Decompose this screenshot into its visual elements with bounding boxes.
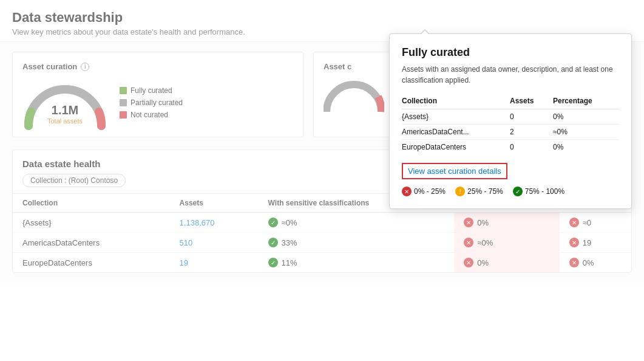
- tooltip-cell-assets: 0: [510, 109, 553, 125]
- card-title: Asset curation i: [22, 62, 293, 71]
- cell-assets: 510: [170, 233, 259, 253]
- gauge-sublabel: Total assets: [47, 117, 83, 125]
- asset-curation-label: Asset curation: [22, 62, 77, 71]
- legend-dot-not: [120, 111, 127, 119]
- info-icon[interactable]: i: [81, 63, 89, 71]
- tooltip-col-assets: Assets: [510, 94, 553, 109]
- tooltip-table-head: Collection Assets Percentage: [402, 94, 619, 109]
- assets-link[interactable]: 1,138,670: [180, 218, 215, 227]
- x-icon: ✕: [569, 238, 579, 247]
- gauge-value: 1.1M: [47, 103, 83, 117]
- tooltip-header-row: Collection Assets Percentage: [402, 94, 619, 109]
- cell-owner: ✕ 0%: [560, 253, 631, 273]
- table-row: {Assets} 1,138,670 ✓ ≈0% ✕: [13, 213, 631, 233]
- tooltip-popup: Fully curated Assets with an assigned da…: [389, 33, 632, 209]
- page-container: Data stewardship View key metrics about …: [0, 0, 644, 361]
- check-icon: ✓: [268, 238, 278, 247]
- curated-value: 0%: [477, 258, 489, 267]
- owner-cell-content: ✕ ≈0: [569, 218, 622, 227]
- tooltip-col-collection: Collection: [402, 94, 510, 109]
- curated-value: 0%: [477, 218, 489, 227]
- cell-sensitive: ✓ 33%: [259, 233, 455, 253]
- tooltip-cell-pct: 0%: [553, 109, 619, 125]
- sensitive-value: ≈0%: [282, 218, 297, 227]
- curated-cell-content: ✕ ≈0%: [464, 238, 549, 247]
- table-row: EuropeDataCenters 19 ✓ 11% ✕: [13, 253, 631, 273]
- cell-sensitive: ✓ ≈0%: [259, 213, 455, 233]
- tooltip-col-percentage: Percentage: [553, 94, 619, 109]
- assets-link[interactable]: 19: [180, 258, 188, 267]
- tooltip-cell-collection: EuropeDataCenters: [402, 140, 510, 155]
- range-label-green: 75% - 100%: [525, 187, 564, 196]
- tooltip-cell-assets: 2: [510, 125, 553, 140]
- tooltip-cell-collection: {Assets}: [402, 109, 510, 125]
- range-item-orange: ! 25% - 75%: [455, 187, 503, 196]
- tooltip-table-row: EuropeDataCenters 0 0%: [402, 140, 619, 155]
- gauge-svg-wrap: 1.1M Total assets: [22, 78, 107, 127]
- legend-item-not: Not curated: [120, 111, 183, 119]
- cell-assets: 19: [170, 253, 259, 273]
- cell-collection: {Assets}: [13, 213, 170, 233]
- range-label-red: 0% - 25%: [414, 187, 446, 196]
- owner-value: 19: [583, 238, 591, 247]
- range-label-orange: 25% - 75%: [467, 187, 503, 196]
- table-row: AmericasDataCenters 510 ✓ 33%: [13, 233, 631, 253]
- green-check-icon: ✓: [513, 187, 523, 196]
- tooltip-cell-pct: ≈0%: [553, 125, 619, 140]
- tooltip-table: Collection Assets Percentage {Assets} 0 …: [402, 94, 619, 154]
- col-assets: Assets: [170, 194, 259, 213]
- x-icon: ✕: [464, 218, 473, 227]
- curated-cell-content: ✕ 0%: [464, 218, 549, 227]
- range-legend: ✕ 0% - 25% ! 25% - 75% ✓ 75% - 100%: [402, 187, 619, 196]
- legend-dot-partial: [120, 99, 127, 106]
- view-asset-curation-link[interactable]: View asset curation details: [402, 163, 507, 179]
- tooltip-title: Fully curated: [402, 46, 619, 59]
- sensitive-cell-content: ✓ 33%: [268, 238, 445, 247]
- legend-label-partial: Partially curated: [130, 98, 183, 107]
- card2-svg: [324, 78, 384, 115]
- curated-value: ≈0%: [477, 238, 493, 247]
- legend-label-not: Not curated: [130, 111, 168, 119]
- cell-sensitive: ✓ 11%: [259, 253, 455, 273]
- tooltip-description: Assets with an assigned data owner, desc…: [402, 64, 619, 86]
- cell-curated: ✕ ≈0%: [454, 233, 559, 253]
- cell-owner: ✕ 19: [560, 233, 631, 253]
- cell-collection: EuropeDataCenters: [13, 253, 170, 273]
- range-item-red: ✕ 0% - 25%: [402, 187, 446, 196]
- legend-item-fully: Fully curated: [120, 86, 183, 95]
- orange-warn-icon: !: [455, 187, 465, 196]
- legend-label-fully: Fully curated: [130, 86, 172, 95]
- legend-dot-fully: [120, 87, 127, 94]
- cell-owner: ✕ ≈0: [560, 213, 631, 233]
- tooltip-table-row: {Assets} 0 0%: [402, 109, 619, 125]
- range-item-green: ✓ 75% - 100%: [513, 187, 564, 196]
- red-circle-icon: ✕: [402, 187, 412, 196]
- tooltip-table-row: AmericasDataCent... 2 ≈0%: [402, 125, 619, 140]
- sensitive-value: 33%: [282, 238, 297, 247]
- owner-cell-content: ✕ 0%: [569, 258, 622, 267]
- gauge-center-text: 1.1M Total assets: [47, 103, 83, 125]
- owner-value: ≈0: [583, 218, 591, 227]
- sensitive-cell-content: ✓ 11%: [268, 258, 445, 267]
- tooltip-cell-assets: 0: [510, 140, 553, 155]
- tooltip-table-body: {Assets} 0 0% AmericasDataCent... 2 ≈0% …: [402, 109, 619, 155]
- sensitive-value: 11%: [282, 258, 297, 267]
- cell-assets: 1,138,670: [170, 213, 259, 233]
- asset-curation-card: Asset curation i: [12, 52, 303, 137]
- health-table-body: {Assets} 1,138,670 ✓ ≈0% ✕: [13, 213, 631, 273]
- x-icon: ✕: [464, 238, 473, 247]
- col-collection: Collection: [13, 194, 170, 213]
- legend: Fully curated Partially curated Not cura…: [120, 86, 183, 119]
- collection-filter-label: Collection : (Root) Contoso: [30, 176, 118, 185]
- check-icon: ✓: [268, 258, 278, 267]
- curated-cell-content: ✕ 0%: [464, 258, 549, 267]
- cell-curated: ✕ 0%: [454, 213, 559, 233]
- x-icon: ✕: [464, 258, 473, 267]
- page-title: Data stewardship: [12, 10, 632, 26]
- collection-filter-button[interactable]: Collection : (Root) Contoso: [22, 174, 126, 187]
- assets-link[interactable]: 510: [180, 238, 193, 247]
- legend-item-partial: Partially curated: [120, 98, 183, 107]
- tooltip-cell-pct: 0%: [553, 140, 619, 155]
- owner-cell-content: ✕ 19: [569, 238, 622, 247]
- tooltip-cell-collection: AmericasDataCent...: [402, 125, 510, 140]
